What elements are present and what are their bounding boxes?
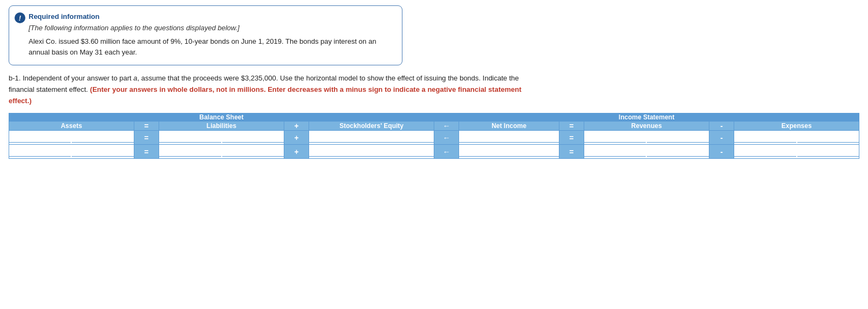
row2-equals-op: =: [134, 145, 159, 159]
row2-netincome-input[interactable]: [459, 146, 558, 157]
row2-revenues-cell: [584, 145, 709, 159]
row1-revenues-cell: [584, 131, 709, 145]
info-icon: !: [15, 12, 25, 23]
row2-netincome-cell: [459, 145, 559, 159]
row2-revenue2-input[interactable]: [647, 146, 708, 157]
row1-equity-cell: [309, 131, 434, 145]
row1-plus-op: +: [284, 131, 309, 145]
row1-asset2-input[interactable]: [72, 132, 133, 143]
horizontal-model-wrap: Balance Sheet Income Statement Assets = …: [9, 113, 859, 159]
row2-expense1-input[interactable]: [734, 146, 796, 157]
row1-expense2-input[interactable]: [797, 132, 859, 143]
row1-netincome-input[interactable]: [459, 132, 558, 143]
balance-sheet-header: Balance Sheet: [9, 113, 434, 122]
row2-expenses-cell: [734, 145, 859, 159]
row1-eq-op: =: [559, 131, 584, 145]
col-equity-header: Stockholders' Equity: [309, 122, 434, 131]
col-eq-header: =: [559, 122, 584, 131]
row2-assets-cell: [9, 145, 134, 159]
row1-revenue2-input[interactable]: [647, 132, 708, 143]
row1-minus-op: -: [709, 131, 734, 145]
row2-liability2-input[interactable]: [222, 146, 284, 157]
info-box: ! Required information [The following in…: [9, 5, 402, 65]
row1-liability1-input[interactable]: [159, 132, 221, 143]
row1-expenses-cell: [734, 131, 859, 145]
section-header-row: Balance Sheet Income Statement: [9, 113, 859, 122]
table-row: = + ← =: [9, 131, 859, 145]
instructions-part-a: a: [133, 74, 137, 82]
row1-expense1-input[interactable]: [734, 132, 796, 143]
row1-asset1-input[interactable]: [9, 132, 71, 143]
col-assets-header: Assets: [9, 122, 134, 131]
col-revenues-header: Revenues: [584, 122, 709, 131]
row1-liabilities-cell: [159, 131, 284, 145]
row2-expense2-input[interactable]: [797, 146, 859, 157]
horizontal-model-table: Balance Sheet Income Statement Assets = …: [9, 113, 859, 159]
col-plus-header: +: [284, 122, 309, 131]
instructions-prefix: b-1. Independent of your answer to part: [9, 74, 133, 82]
income-statement-header: Income Statement: [434, 113, 859, 122]
row1-revenue1-input[interactable]: [584, 132, 646, 143]
table-row: = + ← =: [9, 145, 859, 159]
row2-arrow-op: ←: [434, 145, 459, 159]
row1-arrow-op: ←: [434, 131, 459, 145]
row2-plus-op: +: [284, 145, 309, 159]
col-arrow-header: ←: [434, 122, 459, 131]
row2-asset2-input[interactable]: [72, 146, 133, 157]
instructions: b-1. Independent of your answer to part …: [9, 73, 527, 106]
col-expenses-header: Expenses: [734, 122, 859, 131]
column-header-row: Assets = Liabilities + Stockholders' Equ…: [9, 122, 859, 131]
row2-liabilities-cell: [159, 145, 284, 159]
col-equals-header: =: [134, 122, 159, 131]
col-minus-header: -: [709, 122, 734, 131]
row2-asset1-input[interactable]: [9, 146, 71, 157]
col-netincome-header: Net Income: [459, 122, 559, 131]
row2-revenue1-input[interactable]: [584, 146, 646, 157]
row2-equity-cell: [309, 145, 434, 159]
row1-equity-input[interactable]: [309, 132, 434, 143]
info-title: Required information: [29, 12, 393, 21]
row1-equals-op: =: [134, 131, 159, 145]
row2-minus-op: -: [709, 145, 734, 159]
row1-assets-cell: [9, 131, 134, 145]
info-body: Alexi Co. issued $3.60 million face amou…: [29, 36, 393, 57]
row2-liability1-input[interactable]: [159, 146, 221, 157]
col-liabilities-header: Liabilities: [159, 122, 284, 131]
row1-netincome-cell: [459, 131, 559, 145]
row2-equity-input[interactable]: [309, 146, 434, 157]
row2-eq-op: =: [559, 145, 584, 159]
row1-liability2-input[interactable]: [222, 132, 284, 143]
info-subtitle: [The following information applies to th…: [29, 24, 393, 32]
